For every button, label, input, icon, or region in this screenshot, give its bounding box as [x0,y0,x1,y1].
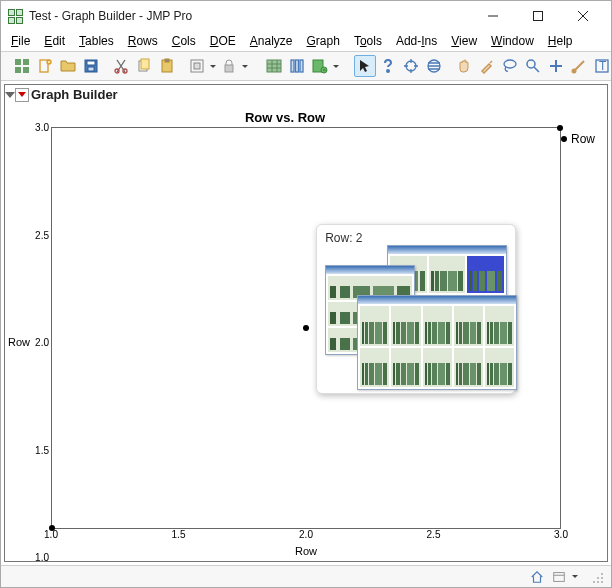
chart-title: Row vs. Row [9,108,561,127]
graph-area: Row vs. Row Row 1.01.52.02.53.0 Row: 2 [5,104,607,561]
data-point[interactable] [557,125,563,131]
home-button[interactable] [11,55,33,77]
svg-text:T: T [599,59,607,73]
jmp-app-icon [7,8,23,24]
svg-point-35 [601,577,603,579]
paste-button[interactable] [156,55,178,77]
lock-button[interactable] [218,55,240,77]
legend-marker-icon [561,136,567,142]
menu-analyze[interactable]: Analyze [244,32,299,50]
grabber-tool-button[interactable] [453,55,475,77]
data-point[interactable] [303,325,309,331]
svg-rect-1 [15,59,21,65]
y-tick-label: 2.5 [35,229,49,240]
svg-point-38 [597,581,599,583]
lasso-tool-button[interactable] [499,55,521,77]
text-annotation-button[interactable]: T [591,55,612,77]
svg-rect-18 [225,65,233,72]
menu-addins[interactable]: Add-Ins [390,32,443,50]
maximize-button[interactable] [515,2,560,30]
y-axis-ticks[interactable]: 1.01.52.02.53.0 [29,127,51,557]
svg-point-30 [573,70,576,73]
menu-doe[interactable]: DOE [204,32,242,50]
svg-rect-15 [165,59,169,62]
run-script-button[interactable] [309,55,331,77]
svg-rect-4 [23,67,29,73]
cut-button[interactable] [110,55,132,77]
outline-title: Graph Builder [31,87,118,102]
add-tool-button[interactable] [545,55,567,77]
x-axis-label[interactable]: Row [51,543,561,557]
y-axis-label[interactable]: Row [9,127,29,557]
svg-rect-20 [291,60,294,72]
selection-mode-dropdown[interactable] [209,55,217,77]
zoom-tool-button[interactable] [522,55,544,77]
plot-frame[interactable]: Row: 2 [51,127,561,529]
svg-point-36 [597,577,599,579]
lock-dropdown[interactable] [241,55,249,77]
selection-mode-button[interactable] [186,55,208,77]
minimize-button[interactable] [470,2,515,30]
menu-window[interactable]: Window [485,32,540,50]
x-axis-ticks[interactable]: 1.01.52.02.53.0 [51,529,561,543]
menubar: File Edit Tables Rows Cols DOE Analyze G… [1,31,611,51]
help-tool-button[interactable] [377,55,399,77]
run-script-dropdown[interactable] [332,55,340,77]
window-list-button[interactable] [549,568,569,586]
toolbar: T [1,51,611,81]
statusbar [1,565,611,587]
x-tick-label: 1.0 [44,529,58,540]
data-table-button[interactable] [263,55,285,77]
window-list-dropdown[interactable] [571,566,579,588]
close-button[interactable] [560,2,605,30]
red-triangle-menu[interactable] [15,88,29,102]
menu-file[interactable]: File [5,32,36,50]
svg-rect-8 [87,61,95,65]
legend-label: Row [571,132,595,146]
menu-help[interactable]: Help [542,32,579,50]
x-tick-label: 1.5 [172,529,186,540]
y-tick-label: 1.0 [35,552,49,563]
home-status-button[interactable] [527,568,547,586]
resize-grip-icon[interactable] [587,568,607,586]
svg-rect-9 [88,67,94,71]
menu-rows[interactable]: Rows [122,32,164,50]
hover-label: Row: 2 [316,224,516,394]
x-tick-label: 2.0 [299,529,313,540]
columns-button[interactable] [286,55,308,77]
y-tick-label: 1.5 [35,444,49,455]
hover-label-text: Row: 2 [325,231,507,245]
disclosure-icon[interactable] [5,92,15,98]
menu-graph[interactable]: Graph [301,32,346,50]
crosshair-tool-button[interactable] [400,55,422,77]
titlebar: Test - Graph Builder - JMP Pro [1,1,611,31]
svg-point-34 [601,573,603,575]
svg-point-37 [601,581,603,583]
save-button[interactable] [80,55,102,77]
legend-item[interactable]: Row [561,132,603,146]
scroller-tool-button[interactable] [423,55,445,77]
arrow-tool-button[interactable] [354,55,376,77]
svg-rect-0 [533,12,542,21]
menu-tools[interactable]: Tools [348,32,388,50]
menu-view[interactable]: View [445,32,483,50]
menu-tables[interactable]: Tables [73,32,120,50]
thumbnail-window-icon [357,295,517,390]
svg-rect-2 [23,59,29,65]
svg-rect-21 [296,60,299,72]
copy-button[interactable] [133,55,155,77]
x-tick-label: 3.0 [554,529,568,540]
line-tool-button[interactable] [568,55,590,77]
svg-rect-13 [141,59,149,69]
y-tick-label: 3.0 [35,122,49,133]
brush-tool-button[interactable] [476,55,498,77]
menu-edit[interactable]: Edit [38,32,71,50]
legend[interactable]: Row [561,108,603,557]
svg-rect-17 [194,63,200,69]
svg-point-29 [527,60,535,68]
svg-rect-22 [300,60,303,72]
open-button[interactable] [57,55,79,77]
svg-rect-19 [267,60,281,72]
menu-cols[interactable]: Cols [166,32,202,50]
new-button[interactable] [34,55,56,77]
